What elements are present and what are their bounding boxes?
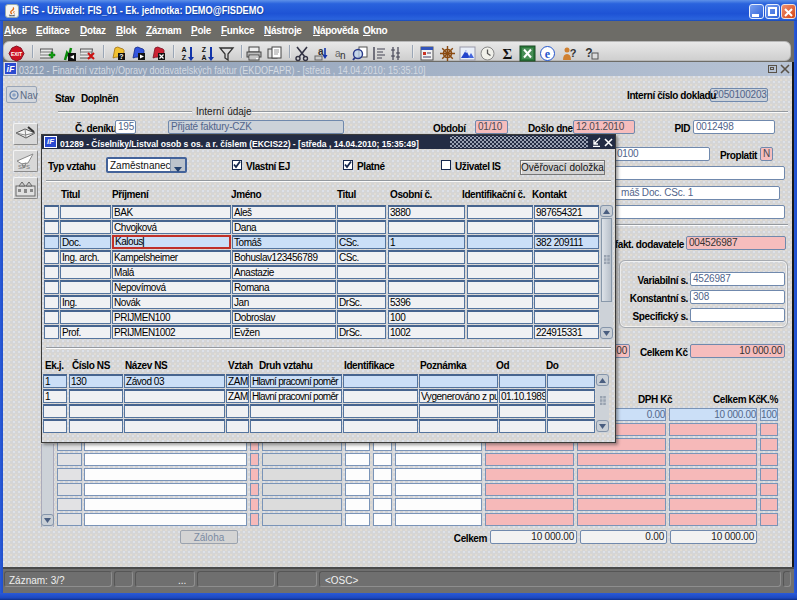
svg-text:A: A (181, 46, 186, 53)
svg-text:n: n (340, 50, 346, 61)
svg-text:SPS: SPS (18, 164, 30, 170)
svg-text:Σ: Σ (503, 46, 513, 62)
svg-text:Z: Z (202, 46, 207, 53)
svg-text:EXIT: EXIT (11, 51, 22, 57)
svg-text:?: ? (570, 47, 577, 59)
svg-text:A: A (201, 54, 206, 61)
svg-text:e: e (545, 47, 551, 61)
svg-text:Z: Z (182, 54, 187, 61)
svg-text:?: ? (119, 53, 123, 60)
